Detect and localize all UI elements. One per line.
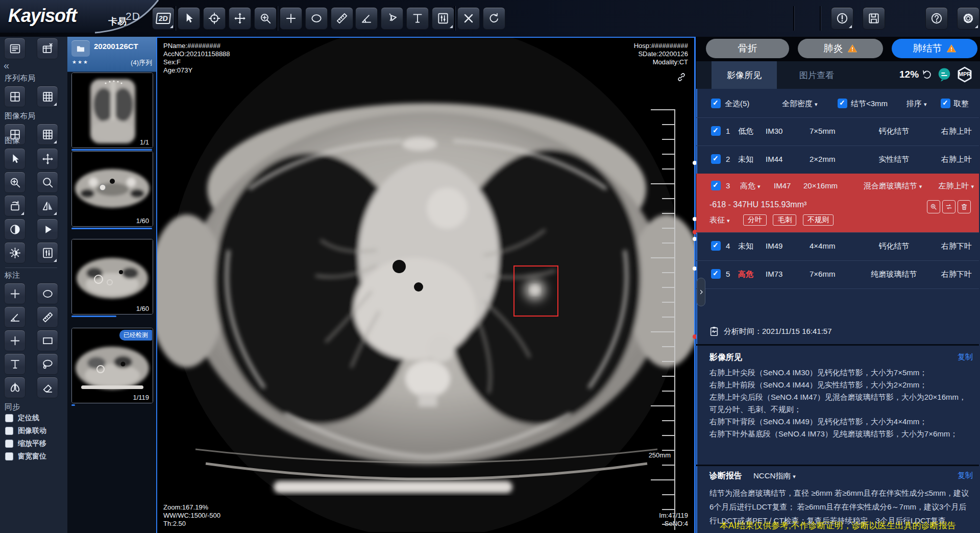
checkbox-unchecked[interactable] [5,414,13,422]
image-layout-3x3-button[interactable] [37,124,58,145]
angle-tool-button[interactable] [355,7,378,30]
select-all-checkbox[interactable] [711,99,721,108]
image-select-button[interactable] [4,148,26,169]
close-layout-button[interactable] [37,38,58,59]
nodule-row-2[interactable]: 2 未知 IM44 2×2mm 实性结节 右肺上叶 [696,146,979,174]
thumbnail-progress-bar[interactable] [71,316,116,317]
sort-dropdown[interactable]: 排序 [906,99,927,109]
checkbox-unchecked[interactable] [5,427,13,435]
row-checkbox[interactable] [711,241,721,251]
round-label[interactable]: 取整 [953,99,969,109]
settings-button[interactable] [957,7,979,30]
density-filter-dropdown[interactable]: 全部密度 [782,99,818,109]
image-zoom-button[interactable] [4,172,26,193]
report-guideline-dropdown[interactable]: NCCN指南 [753,471,796,481]
slice-position-scrollbar[interactable] [694,37,696,533]
trait-tag[interactable]: 不规则 [803,214,834,226]
help-button[interactable] [925,7,948,30]
nodule-row-3-selected[interactable]: 3 高危 IM47 20×16mm 混合磨玻璃结节 左肺上叶 -618 - 34… [696,174,979,233]
nodule-roi-box[interactable] [513,265,558,317]
series-thumbnail-2[interactable]: 1/60 [71,151,153,227]
module-fracture-button[interactable]: 骨折 [706,39,789,58]
annotate-rect-button[interactable] [37,330,58,351]
series-thumbnail-scout[interactable]: 1/1 [71,72,153,148]
annotate-point-button[interactable] [4,330,26,351]
tab-image-view[interactable]: 图片查看 [784,61,849,89]
refresh-icon[interactable] [921,68,933,81]
series-thumbnail-3[interactable]: 1/60 [71,239,153,314]
trait-tag[interactable]: 毛刺 [773,214,796,226]
series-list-button[interactable] [4,38,26,59]
cine-play-button[interactable] [37,219,58,240]
erase-annotation-button[interactable] [37,377,58,398]
series-layout-2x2-button[interactable] [4,86,26,107]
small-nodule-label[interactable]: 结节<3mm [851,99,888,109]
sync-option-image-link[interactable]: 图像联动 [5,426,46,435]
ruler-tool-button[interactable] [331,7,353,30]
annotate-cross-button[interactable] [4,283,26,304]
thumbnail-progress-bar[interactable] [71,228,152,229]
copy-findings-link[interactable]: 复制 [958,352,973,362]
select-all-label[interactable]: 全选(5) [725,99,749,109]
annotate-ruler-button[interactable] [37,306,58,328]
localize-tool-button[interactable] [203,7,226,30]
thumbnail-progress-bar[interactable] [71,149,152,151]
point-marker-tool-button[interactable] [280,7,302,30]
select-tool-button[interactable] [178,7,200,30]
report-bubble-icon[interactable] [937,67,952,82]
window-preset-button[interactable] [37,242,58,263]
magnifier-button[interactable] [37,172,58,193]
layout-2d-button[interactable]: 2D [152,7,175,30]
delete-nodule-button[interactable] [958,200,971,213]
rotate-image-button[interactable] [4,195,26,216]
image-pan-button[interactable] [37,148,58,169]
row-checkbox[interactable] [711,154,721,164]
pan-tool-button[interactable] [229,7,251,30]
sync-option-localizer[interactable]: 定位线 [5,414,39,423]
round-checkbox[interactable] [941,99,950,108]
series-header[interactable]: 20200126CT ★★★ (4)序列 [67,37,156,72]
checkbox-unchecked[interactable] [5,440,13,448]
nodule-row-1[interactable]: 1 低危 IM30 7×5mm 钙化结节 右肺上叶 [696,117,979,146]
row-checkbox[interactable] [711,181,721,190]
nodule-row-4[interactable]: 4 未知 IM49 4×4mm 钙化结节 右肺下叶 [696,232,979,261]
small-nodule-checkbox[interactable] [838,99,847,108]
row-checkbox[interactable] [711,269,721,279]
link-chain-icon[interactable] [676,71,687,83]
window-level-button[interactable] [432,7,454,30]
open-study-button[interactable] [71,40,90,57]
series-layout-3x3-button[interactable] [37,86,58,107]
panel-collapse-handle[interactable] [697,278,705,306]
annotate-ellipse-button[interactable] [37,283,58,304]
checkbox-unchecked[interactable] [5,452,13,461]
mpr-view-button[interactable]: MPR [955,66,974,83]
reset-button[interactable] [483,7,505,30]
copy-report-link[interactable]: 复制 [958,471,973,480]
nodule-type-dropdown[interactable]: 混合磨玻璃结节 [847,181,938,191]
collapse-sidebar-icon[interactable]: « [4,60,9,70]
module-pneumonia-button[interactable]: 肺炎 [798,39,883,58]
ellipse-tool-button[interactable] [305,7,328,30]
sync-option-zoom-pan[interactable]: 缩放平移 [5,439,46,448]
row-checkbox[interactable] [711,126,721,136]
brightness-button[interactable] [4,242,26,263]
thumbnail-progress-bar[interactable] [71,404,75,406]
zoom-tool-button[interactable] [254,7,277,30]
annotate-angle-button[interactable] [4,306,26,328]
tab-imaging-findings[interactable]: 影像所见 [712,61,777,89]
save-button[interactable] [863,7,885,30]
compare-nodule-button[interactable] [942,200,955,213]
nodule-risk-dropdown[interactable]: 高危 [740,181,761,191]
text-annotation-button[interactable] [406,7,429,30]
sync-option-window-level[interactable]: 窗宽窗位 [5,452,46,461]
module-lung-nodule-button[interactable]: 肺结节 [892,39,977,58]
invert-button[interactable] [4,219,26,240]
delete-annotation-button[interactable] [457,7,480,30]
trait-tag[interactable]: 分叶 [743,214,767,226]
zoom-to-nodule-button[interactable] [927,200,940,213]
annotate-text-button[interactable] [4,353,26,375]
flip-image-button[interactable] [37,195,58,216]
alert-info-button[interactable] [831,7,853,30]
nodule-location-dropdown[interactable]: 左肺上叶 [938,181,974,191]
annotate-freehand-button[interactable] [37,353,58,375]
